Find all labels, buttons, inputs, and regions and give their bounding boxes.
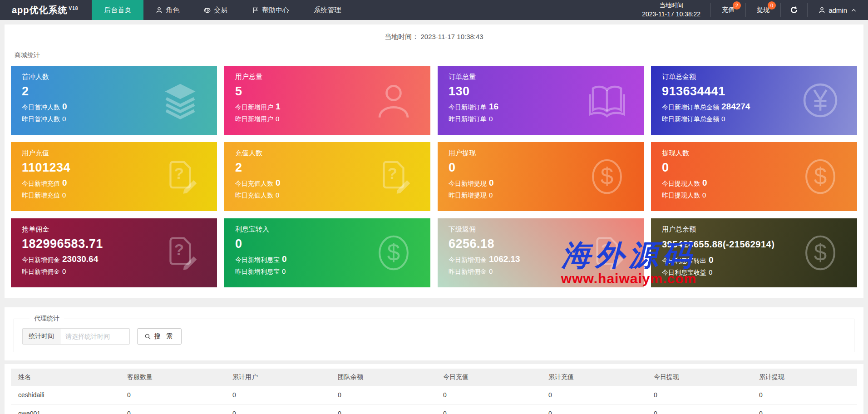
table-header-row: 姓名 客服数量 累计用户 团队余额 今日充值 累计充值 今日提现 累计提现: [11, 369, 857, 386]
dollar-circle-icon: [801, 233, 840, 272]
refresh-button[interactable]: [781, 0, 807, 20]
user-menu[interactable]: admin: [808, 0, 868, 20]
col-header-total-users: 累计用户: [225, 369, 330, 386]
card-line3-value: 0: [489, 115, 493, 123]
card-title: 用户充值: [22, 149, 206, 158]
dollar-circle-icon: [374, 233, 413, 272]
card-title: 订单总量: [449, 73, 633, 81]
recharge-button[interactable]: 充值 2: [711, 0, 745, 20]
card-line2-label: 今日首冲人数: [22, 104, 60, 111]
card-line3-value: 0: [709, 268, 712, 276]
stat-card-user-withdraw: 用户提现 0 今日新增提现0 昨日新增提现0: [438, 142, 644, 211]
card-line2-value: 0: [709, 255, 714, 265]
search-button[interactable]: 搜 索: [137, 328, 182, 345]
card-line3-label: 昨日新增利息宝: [235, 268, 280, 275]
card-line3-value: 0: [282, 267, 286, 275]
cell-value: 0: [646, 404, 752, 414]
local-time-value: 2023-11-17 10:38:22: [642, 10, 700, 19]
card-line2-label: 今日新增佣金: [449, 256, 487, 263]
card-line2-label: 今日新增充值: [22, 180, 60, 187]
stat-time-input-group: 统计时间: [22, 328, 130, 345]
card-title: 充值人数: [235, 149, 419, 158]
scales-icon: [204, 7, 211, 14]
menu-item-trade[interactable]: 交易: [192, 0, 240, 20]
cell-value: 0: [646, 386, 752, 404]
card-line2-label: 今日新增用户: [235, 104, 273, 111]
menu-item-help[interactable]: 帮助中心: [240, 0, 301, 20]
card-line3-value: 0: [62, 115, 66, 123]
app-title: app优化系统: [12, 4, 68, 16]
stat-card-withdraw-users: 提现人数 0 今日提现人数0 昨日提现人数0: [651, 142, 857, 211]
col-header-name: 姓名: [11, 369, 120, 386]
col-header-service-count: 客服数量: [120, 369, 225, 386]
card-line2-label: 今日新增提现: [449, 180, 487, 187]
cell-value: 0: [330, 386, 436, 404]
card-line3-value: 0: [276, 115, 279, 123]
dollar-circle-icon: [587, 157, 626, 196]
card-line3-label: 今日利息宝收益: [662, 269, 706, 276]
card-title: 用户总余额: [662, 225, 846, 234]
stat-card-order-commission: 抢单佣金 182996583.71 今日新增佣金23030.64 昨日新增佣金0: [11, 218, 217, 287]
dollar-circle-icon: [801, 157, 840, 196]
stat-card-interest-in: 利息宝转入 0 今日新增利息宝0 昨日新增利息宝0: [224, 218, 430, 287]
cell-value: 0: [120, 386, 225, 404]
card-line3-label: 昨日充值人数: [235, 192, 273, 199]
card-line2-label: 今日新增订单: [449, 104, 487, 111]
card-line3-label: 昨日新增充值: [22, 192, 60, 199]
menu-item-home[interactable]: 后台首页: [92, 0, 143, 20]
card-title: 用户提现: [449, 149, 633, 158]
page-local-time: 当地时间： 2023-11-17 10:38:43: [5, 33, 863, 41]
cell-name: qwe001: [11, 404, 120, 414]
card-title: 订单总金额: [662, 73, 846, 81]
menu-item-label: 交易: [214, 6, 227, 15]
stat-time-label: 统计时间: [23, 329, 60, 344]
col-header-today-withdraw: 今日提现: [646, 369, 752, 386]
app-version: V18: [69, 6, 79, 11]
chevron-up-icon: [850, 7, 857, 14]
card-line2-value: 0: [282, 254, 287, 264]
card-line2-value: 0: [62, 102, 67, 111]
agent-stats-legend: 代理统计: [30, 315, 64, 323]
withdraw-button[interactable]: 提现 0: [746, 0, 780, 20]
card-line2-value: 1: [276, 102, 281, 111]
person-icon: [819, 7, 825, 14]
cell-value: 0: [120, 404, 225, 414]
main-menu: 后台首页 角色 交易 帮助中心 系统管理: [92, 0, 353, 20]
top-navbar: app优化系统V18 后台首页 角色 交易 帮助中心 系统管理 当地时间 202…: [0, 0, 868, 20]
card-line3-value: 0: [489, 267, 493, 275]
page-time-label: 当地时间：: [385, 33, 419, 40]
page-time-value: 2023-11-17 10:38:43: [421, 33, 483, 40]
card-line3-value: 0: [276, 191, 279, 199]
stat-card-total-users: 用户总量 5 今日新增用户1 昨日新增用户0: [224, 66, 430, 135]
refresh-icon: [790, 6, 798, 14]
table-row[interactable]: qwe001 0 0 0 0 0 0 0: [11, 404, 857, 414]
agent-stats-fieldset: 代理统计 统计时间 搜 索: [14, 315, 854, 352]
table-row[interactable]: ceshidaili 0 0 0 0 0 0 0: [11, 386, 857, 404]
user-icon: [374, 81, 413, 120]
stats-section-title: 商城统计: [15, 51, 863, 59]
card-line3-value: 0: [62, 191, 66, 199]
col-header-team-balance: 团队余额: [330, 369, 436, 386]
stat-card-recharge-users: 充值人数 2 今日充值人数0 昨日充值人数0: [224, 142, 430, 211]
card-line2-value: 284274: [721, 102, 750, 111]
card-line2-label: 今日提现人数: [662, 180, 700, 187]
menu-item-system[interactable]: 系统管理: [301, 0, 353, 20]
card-line2-value: 0: [489, 178, 494, 187]
card-line3-value: 0: [62, 267, 66, 275]
col-header-total-recharge: 累计充值: [541, 369, 646, 386]
book-icon: [587, 81, 626, 120]
card-line2-value: 16: [489, 102, 498, 111]
cell-value: 0: [752, 404, 857, 414]
card-line2-label: 今日新增佣金: [22, 256, 60, 263]
card-line2-value: 0: [702, 178, 707, 187]
card-title: 提现人数: [662, 149, 846, 158]
col-header-total-withdraw: 累计提现: [752, 369, 857, 386]
doc-question-icon: [587, 233, 626, 272]
card-line2-value: 0: [62, 178, 67, 187]
stat-time-input[interactable]: [60, 329, 129, 344]
local-time-label: 当地时间: [660, 1, 683, 10]
stat-cards-grid: 首冲人数 2 今日首冲人数0 昨日首冲人数0 用户总量 5 今日新增用户1 昨日…: [5, 66, 863, 287]
stat-card-downline-rebate: 下级返佣 6256.18 今日新增佣金1062.13 昨日新增佣金0: [438, 218, 644, 287]
menu-item-roles[interactable]: 角色: [143, 0, 192, 20]
card-title: 首冲人数: [22, 73, 206, 81]
